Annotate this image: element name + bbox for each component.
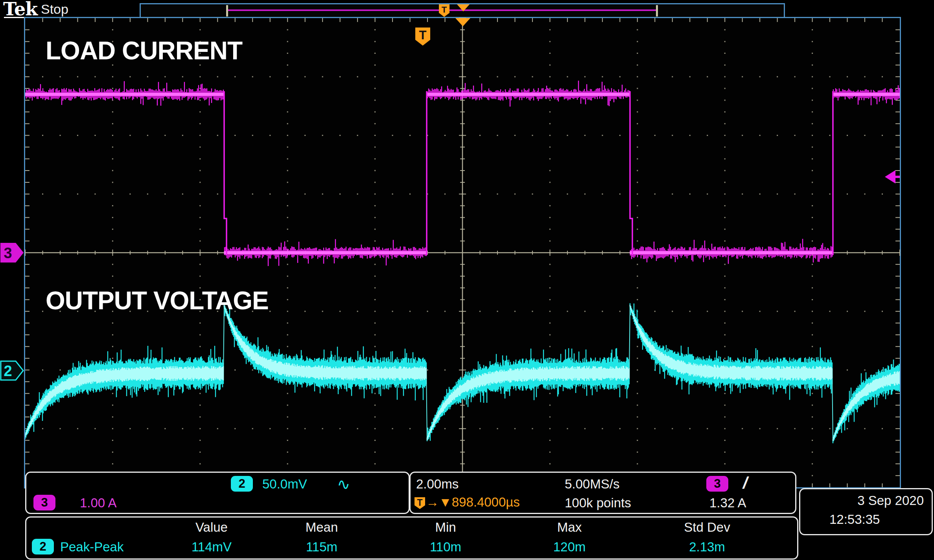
output-voltage-label: OUTPUT VOLTAGE xyxy=(46,286,269,315)
timebase-readout[interactable]: 2.00ms xyxy=(416,477,459,492)
meas-header-value: Value xyxy=(164,520,259,535)
channel-readout-box[interactable]: 2 50.0mV ∿ 3 1.00 A xyxy=(25,472,410,514)
time-readout: 12:53:35 xyxy=(829,512,880,527)
meas-mean: 115m xyxy=(274,540,369,554)
trigger-tri-icon: ▼ xyxy=(439,495,452,509)
meas-row-badge: 2 xyxy=(32,539,54,554)
channel3-ground-marker[interactable]: 3 xyxy=(0,242,24,263)
trigger-delay-value: 898.4000µs xyxy=(452,495,520,509)
channel3-scale[interactable]: 1.00 A xyxy=(80,496,117,510)
horizontal-trigger-box[interactable]: 2.00ms 5.00MS/s 3 / T→▼898.4000µs 100k p… xyxy=(409,472,796,514)
trigger-arrow-icon: → xyxy=(426,495,439,509)
sample-rate-readout: 5.00MS/s xyxy=(565,477,619,492)
meas-header-stddev: Std Dev xyxy=(660,520,754,535)
channel2-ground-marker[interactable]: 2 xyxy=(0,360,24,381)
meas-min: 110m xyxy=(398,540,493,554)
channel2-badge[interactable]: 2 xyxy=(231,476,253,492)
meas-stddev: 2.13m xyxy=(660,540,754,554)
trigger-source-badge[interactable]: 3 xyxy=(706,476,728,492)
load-current-label: LOAD CURRENT xyxy=(46,36,242,65)
trigger-t-icon: T xyxy=(414,497,425,509)
trigger-level-arrow-stem xyxy=(895,176,900,178)
trigger-level-readout[interactable]: 1.32 A xyxy=(709,496,746,510)
meas-value: 114mV xyxy=(164,540,259,554)
ac-coupling-icon: ∿ xyxy=(337,475,350,493)
trigger-delay-readout[interactable]: T→▼898.4000µs xyxy=(414,495,520,510)
meas-header-min: Min xyxy=(398,520,493,535)
meas-row-name[interactable]: Peak-Peak xyxy=(60,540,123,554)
channel3-badge[interactable]: 3 xyxy=(33,495,55,510)
trigger-level-arrow-icon[interactable] xyxy=(885,170,895,184)
trigger-slope-icon: / xyxy=(741,474,750,492)
meas-header-mean: Mean xyxy=(274,520,369,535)
meas-max: 120m xyxy=(522,540,617,554)
date-readout: 3 Sep 2020 xyxy=(857,493,924,508)
trigger-position-triangle-icon[interactable] xyxy=(455,18,470,26)
channel2-marker-label: 2 xyxy=(4,363,12,379)
oscilloscope-screen: Tek Stop T LOAD CURRENT OUTPUT VOLTAGE T… xyxy=(0,0,934,560)
record-length-readout: 100k points xyxy=(565,496,631,510)
meas-header-max: Max xyxy=(522,520,617,535)
channel2-scale[interactable]: 50.0mV xyxy=(262,477,307,492)
channel3-marker-label: 3 xyxy=(4,245,12,261)
datetime-box: 3 Sep 2020 12:53:35 xyxy=(799,488,933,535)
measurement-box[interactable]: Value Mean Min Max Std Dev 2 Peak-Peak 1… xyxy=(25,516,798,560)
